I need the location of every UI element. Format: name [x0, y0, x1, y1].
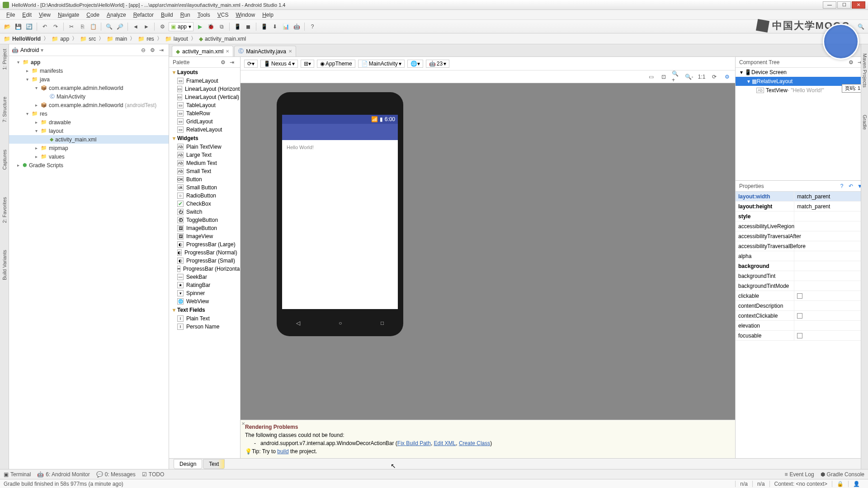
close-tab-icon[interactable]: ✕ [226, 49, 229, 54]
palette-item[interactable]: ◐ProgressBar (Small) [169, 257, 240, 265]
checkbox[interactable] [797, 313, 802, 319]
find-icon[interactable]: 🔍 [104, 22, 113, 31]
ct-settings-icon[interactable]: ⚙ [846, 58, 855, 67]
terminal-tab[interactable]: ▣ Terminal [4, 471, 31, 478]
activity-combo[interactable]: 📄 MainActivity▾ [358, 60, 405, 68]
palette-item[interactable]: ▭FrameLayout [169, 77, 240, 85]
project-view-combo[interactable]: Android [20, 47, 39, 53]
tab-main-activity[interactable]: ⒸMainActivity.java✕ [234, 46, 296, 56]
save-icon[interactable]: 💾 [14, 22, 23, 31]
sdk-icon[interactable]: ⬇ [270, 22, 279, 31]
edit-xml-link[interactable]: Edit XML [434, 440, 456, 446]
palette-item[interactable]: ▭RelativeLayout [169, 126, 240, 134]
todo-tab[interactable]: ☑ TODO [142, 471, 164, 478]
menu-analyze[interactable]: Analyze [103, 12, 130, 18]
crumb-app[interactable]: 📁app [52, 36, 69, 42]
fix-build-path-link[interactable]: Fix Build Path [397, 440, 431, 446]
config-combo[interactable]: ⊞▾ [301, 60, 314, 68]
menu-code[interactable]: Code [83, 12, 103, 18]
close-tab-icon[interactable]: ✕ [288, 49, 292, 54]
undo-icon[interactable]: ↶ [40, 22, 49, 31]
crumb-layout[interactable]: 📁layout [165, 36, 188, 42]
orientation-combo[interactable]: ⟳▾ [244, 60, 258, 68]
back-icon[interactable]: ◄ [131, 22, 140, 31]
tab-captures[interactable]: Captures [2, 150, 7, 170]
property-row[interactable]: layout:heightmatch_parent [736, 202, 868, 211]
palette-item[interactable]: —SeekBar [169, 273, 240, 281]
palette-item[interactable]: AbMedium Text [169, 159, 240, 167]
tab-gradle[interactable]: Gradle [862, 115, 868, 130]
palette-item[interactable]: AbSmall Text [169, 167, 240, 175]
tab-project[interactable]: 1: Project [2, 49, 7, 70]
palette-item[interactable]: ▾Spinner [169, 289, 240, 297]
palette-item[interactable]: ◐ProgressBar (Normal) [169, 249, 240, 257]
menu-build[interactable]: Build [157, 12, 177, 18]
lock-icon[interactable]: 🔒 [832, 481, 848, 487]
close-button[interactable]: ✕ [852, 1, 865, 9]
crumb-res[interactable]: 📁res [138, 36, 154, 42]
property-row[interactable]: contentDescription [736, 301, 868, 311]
hector-icon[interactable]: 👤 [848, 481, 864, 487]
design-tab[interactable]: Design [174, 459, 202, 469]
zoom-in-icon[interactable]: 🔍+ [672, 72, 681, 81]
coverage-icon[interactable]: ⧉ [217, 22, 226, 31]
palette-item[interactable]: AbPlain TextView [169, 143, 240, 151]
property-row[interactable]: style [736, 211, 868, 221]
menu-run[interactable]: Run [177, 12, 194, 18]
palette-item[interactable]: ⏼ToggleButton [169, 216, 240, 224]
api-combo[interactable]: 🤖23▾ [426, 60, 449, 68]
props-help-icon[interactable]: ? [837, 182, 846, 191]
copy-icon[interactable]: ⎘ [78, 22, 87, 31]
run-config-combo[interactable]: ▣ app ▾ [169, 22, 193, 31]
palette-item[interactable]: IPlain Text [169, 314, 240, 323]
zoom-fit-icon[interactable]: ⊡ [659, 72, 668, 81]
menu-vcs[interactable]: VCS [214, 12, 232, 18]
maximize-button[interactable]: ☐ [837, 1, 851, 9]
property-row[interactable]: accessibilityTraversalBefore [736, 241, 868, 251]
cut-icon[interactable]: ✂ [67, 22, 76, 31]
theme-combo[interactable]: ◉ AppTheme [317, 60, 355, 68]
run-icon[interactable]: ▶ [195, 22, 204, 31]
forward-icon[interactable]: ► [142, 22, 151, 31]
android-icon[interactable]: 🤖 [292, 22, 301, 31]
palette-item[interactable]: IPerson Name [169, 323, 240, 331]
property-row[interactable]: backgroundTintMode [736, 281, 868, 291]
android-monitor-tab[interactable]: 🤖 6: Android Monitor [37, 471, 90, 478]
paste-icon[interactable]: 📋 [89, 22, 98, 31]
palette-item[interactable]: ✔CheckBox [169, 200, 240, 208]
attach-icon[interactable]: 📱 [233, 22, 242, 31]
property-row[interactable]: accessibilityLiveRegion [736, 221, 868, 231]
palette-item[interactable]: okSmall Button [169, 183, 240, 192]
palette-item[interactable]: AbLarge Text [169, 151, 240, 159]
replace-icon[interactable]: 🔎 [115, 22, 124, 31]
property-row[interactable]: focusable [736, 331, 868, 341]
device-combo[interactable]: 📱 Nexus 4▾ [260, 60, 298, 68]
menu-navigate[interactable]: Navigate [54, 12, 83, 18]
property-row[interactable]: elevation [736, 321, 868, 331]
menu-edit[interactable]: Edit [19, 12, 35, 18]
design-canvas[interactable]: 📶▮6:00 Hello World! ◁○□ ✕ Rendering Prob… [241, 83, 735, 458]
palette-item[interactable]: ⏻Switch [169, 208, 240, 216]
menu-help[interactable]: Help [259, 12, 277, 18]
property-row[interactable]: background [736, 261, 868, 271]
palette-item[interactable]: 🖼ImageView [169, 232, 240, 240]
create-class-link[interactable]: Create Class [459, 440, 490, 446]
palette-hide-icon[interactable]: ⇥ [227, 58, 236, 67]
sync-icon[interactable]: 🔄 [24, 22, 33, 31]
project-tree[interactable]: ▾📁app ▸📁manifests ▾📁java ▾📦com.example.a… [9, 56, 169, 469]
text-tab[interactable]: Text [203, 459, 225, 469]
locale-combo[interactable]: 🌐▾ [407, 60, 423, 68]
hello-text[interactable]: Hello World! [282, 140, 398, 155]
palette-item[interactable]: ▭TableLayout [169, 101, 240, 109]
checkbox[interactable] [797, 333, 802, 338]
palette-item[interactable]: ━ProgressBar (Horizontal) [169, 265, 240, 273]
palette-group[interactable]: ▾Text Fields [169, 305, 240, 314]
properties-table[interactable]: layout:widthmatch_parentlayout:heightmat… [736, 192, 868, 458]
tab-activity-main[interactable]: ◆activity_main.xml✕ [172, 46, 233, 56]
component-tree[interactable]: ▾📱 Device Screen ▾▦ RelativeLayout AbTex… [736, 68, 868, 181]
menu-file[interactable]: File [3, 12, 19, 18]
zoom-actual-icon[interactable]: 1:1 [697, 72, 706, 81]
search-everywhere-icon[interactable]: 🔍 [856, 22, 865, 31]
palette-group[interactable]: ▾Widgets [169, 134, 240, 143]
redo-icon[interactable]: ↷ [51, 22, 60, 31]
